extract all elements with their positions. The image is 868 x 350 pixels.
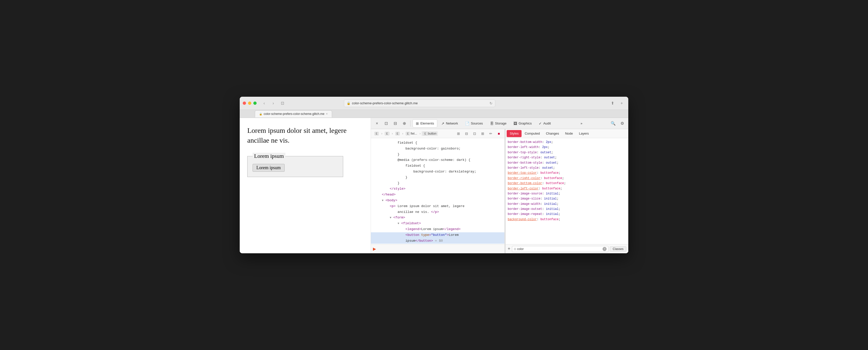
prop-value: outset bbox=[544, 156, 555, 159]
tab-storage[interactable]: 🗄 Storage bbox=[487, 119, 510, 127]
bc-pen-btn[interactable]: ✏ bbox=[487, 130, 494, 137]
css-prop: border-bottom-width: 2px; bbox=[508, 140, 626, 145]
bc-quad-btn[interactable]: ⊞ bbox=[479, 130, 486, 137]
breadcrumb-item-button[interactable]: E button bbox=[422, 131, 438, 136]
tree-line: } bbox=[371, 152, 504, 157]
legend-demo: Lorem ipsum bbox=[253, 153, 285, 159]
tab-close-button[interactable]: × bbox=[326, 112, 328, 116]
tree-line-selected-2[interactable]: ipsum</button> = $0 bbox=[371, 238, 504, 244]
filter-icon: ⊙ bbox=[514, 247, 516, 251]
bc-tag-2: E bbox=[385, 132, 389, 135]
reload-button[interactable]: ↻ bbox=[490, 101, 493, 105]
bc-box-btn[interactable]: ⊡ bbox=[471, 130, 478, 137]
tab-favicon: 🔒 bbox=[259, 113, 262, 115]
breadcrumb-item-3[interactable]: E bbox=[394, 131, 401, 136]
picker-button[interactable]: ⊕ bbox=[400, 119, 408, 127]
prop-name: border-bottom-style bbox=[508, 161, 542, 165]
breadcrumb-item-fieldset[interactable]: E fiel... bbox=[404, 131, 418, 136]
filter-bar: + ⊙ × Classes bbox=[506, 244, 628, 253]
bc-tag-3: E bbox=[395, 132, 400, 135]
bc-tag-1: E bbox=[374, 132, 379, 135]
tab-node[interactable]: Node bbox=[562, 130, 576, 137]
tab-layout-button[interactable]: ⊡ bbox=[279, 100, 286, 107]
tree-line: ancillae ne vis. </p> bbox=[371, 209, 504, 215]
tab-layers[interactable]: Layers bbox=[576, 130, 592, 137]
devtools-search-button[interactable]: 🔍 bbox=[609, 119, 617, 127]
css-prop: border-left-style: outset; bbox=[508, 166, 626, 171]
share-button[interactable]: ⬆ bbox=[609, 100, 616, 107]
tree-line: } bbox=[371, 180, 504, 186]
lock-icon: 🔒 bbox=[347, 101, 350, 105]
html-tree[interactable]: fieldset { background-color: gainsboro; … bbox=[371, 138, 504, 244]
inspect-mode-button[interactable]: ⊡ bbox=[382, 119, 390, 127]
classes-button[interactable]: Classes bbox=[610, 246, 626, 252]
tree-line: fieldset { bbox=[371, 140, 504, 146]
css-prop: border-image-outset: initial; bbox=[508, 207, 626, 212]
css-prop: border-left-width: 2px; bbox=[508, 145, 626, 150]
tab-changes[interactable]: Changes bbox=[543, 130, 562, 137]
new-tab-button[interactable]: + bbox=[618, 100, 625, 107]
tab-sources[interactable]: 📄 Sources bbox=[462, 119, 486, 127]
breadcrumb-item-1[interactable]: E bbox=[373, 131, 380, 136]
tab-graphics-label: Graphics bbox=[519, 121, 532, 125]
css-properties[interactable]: border-bottom-width: 2px; border-left-wi… bbox=[506, 138, 628, 244]
browser-tab[interactable]: 🔒 color-scheme-prefers-color-scheme.glit… bbox=[255, 110, 332, 117]
bc-arrow-1: › bbox=[381, 132, 382, 135]
css-prop: border-right-color: buttonface; bbox=[508, 176, 626, 181]
breadcrumb-item-2[interactable]: E bbox=[383, 131, 391, 136]
graphics-icon: 🖼 bbox=[514, 121, 517, 125]
tab-graphics[interactable]: 🖼 Graphics bbox=[510, 119, 535, 127]
tab-computed[interactable]: Computed bbox=[522, 130, 543, 137]
devtools-settings-button[interactable]: ⚙ bbox=[618, 119, 626, 127]
tab-audit[interactable]: ✓ Audit bbox=[536, 119, 554, 127]
prop-name: border-left-style bbox=[508, 166, 538, 170]
devtools-close-button[interactable]: × bbox=[373, 119, 381, 127]
tree-line: background-color: gainsboro; bbox=[371, 146, 504, 152]
tab-network[interactable]: ↗ Network bbox=[438, 119, 461, 127]
filter-input[interactable] bbox=[517, 247, 602, 251]
css-prop: border-image-source: initial; bbox=[508, 191, 626, 196]
audit-icon: ✓ bbox=[539, 121, 542, 125]
tab-more-button[interactable]: » bbox=[578, 119, 585, 127]
prop-name: border-top-style bbox=[508, 151, 537, 154]
prop-value: outset bbox=[542, 166, 553, 170]
device-mode-button[interactable]: ⊟ bbox=[391, 119, 399, 127]
tab-styles[interactable]: Styles bbox=[507, 130, 522, 137]
maximize-button[interactable] bbox=[253, 101, 257, 105]
css-prop: border-left-color: buttonface; bbox=[508, 186, 626, 191]
traffic-lights bbox=[243, 101, 257, 105]
tab-bar: 🔒 color-scheme-prefers-color-scheme.glit… bbox=[240, 110, 628, 118]
console-arrow-icon: ▶ bbox=[373, 246, 376, 251]
tree-line: background-color: darkslategray; bbox=[371, 169, 504, 175]
prop-value: outset bbox=[546, 161, 557, 165]
prop-value: initial bbox=[544, 202, 557, 206]
forward-button[interactable]: › bbox=[270, 100, 277, 107]
bc-color-btn[interactable]: ■ bbox=[495, 130, 502, 137]
prop-name: border-bottom-width bbox=[508, 140, 542, 144]
address-bar[interactable]: 🔒 color-scheme-prefers-color-scheme.glit… bbox=[344, 99, 495, 107]
tab-network-label: Network bbox=[446, 121, 458, 125]
minimize-button[interactable] bbox=[248, 101, 251, 105]
close-button[interactable] bbox=[243, 101, 246, 105]
tab-elements[interactable]: ⊞ Elements bbox=[412, 119, 437, 127]
styles-panel: Styles Computed Changes Node Layers bord… bbox=[506, 129, 628, 253]
storage-icon: 🗄 bbox=[490, 121, 494, 125]
sources-icon: 📄 bbox=[465, 121, 469, 125]
back-button[interactable]: ‹ bbox=[261, 100, 268, 107]
add-filter-button[interactable]: + bbox=[508, 246, 510, 252]
css-prop: border-bottom-color: buttonface; bbox=[508, 181, 626, 186]
bc-grid-btn[interactable]: ⊞ bbox=[455, 130, 462, 137]
demo-button[interactable]: Lorem ipsum bbox=[253, 164, 285, 172]
tree-line-selected[interactable]: <button type="button">Lorem bbox=[371, 232, 504, 238]
prop-name: border-image-slice bbox=[508, 197, 540, 201]
elements-icon: ⊞ bbox=[416, 121, 419, 125]
styles-tabs: Styles Computed Changes Node Layers bbox=[506, 129, 628, 138]
tab-sources-label: Sources bbox=[471, 121, 483, 125]
prop-value: buttonface bbox=[544, 176, 562, 180]
tree-line: <legend>Lorem ipsum</legend> bbox=[371, 227, 504, 232]
fieldset-demo: Lorem ipsum Lorem ipsum bbox=[247, 153, 343, 177]
tree-line: ▼ <fieldset> bbox=[371, 221, 504, 227]
title-bar-right: ⬆ + bbox=[609, 100, 625, 107]
filter-clear-button[interactable]: × bbox=[602, 247, 607, 251]
bc-print-btn[interactable]: ⊟ bbox=[463, 130, 470, 137]
